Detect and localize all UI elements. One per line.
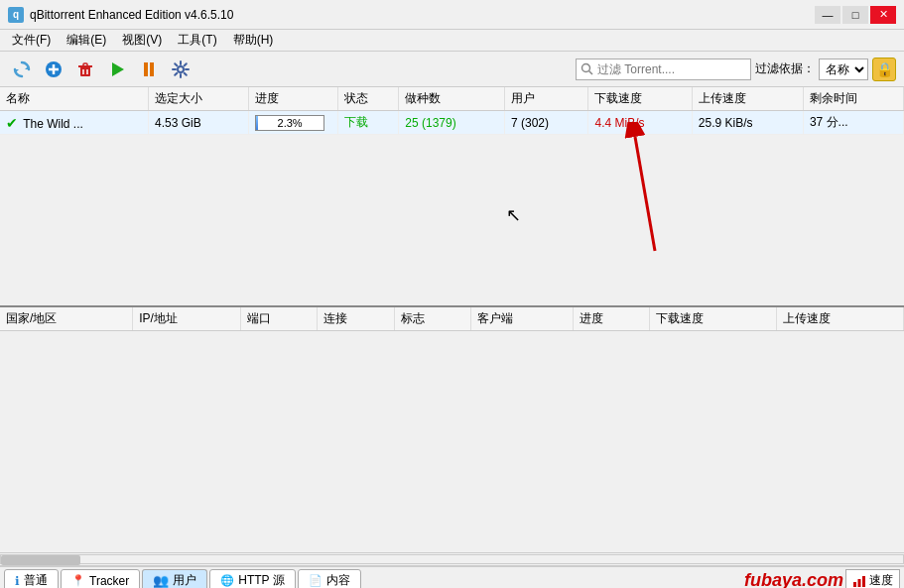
- search-icon: [581, 62, 593, 75]
- delete-icon: [75, 59, 95, 79]
- close-button[interactable]: ✕: [870, 6, 896, 24]
- torrent-table: 名称 选定大小 进度 状态 做种数 用户 下载速度 上传速度 剩余时间 ✔: [0, 87, 904, 135]
- resume-button[interactable]: [103, 56, 131, 83]
- col-progress-lower[interactable]: 进度: [573, 307, 650, 331]
- speed-label: 速度: [869, 572, 893, 588]
- col-size[interactable]: 选定大小: [149, 87, 249, 111]
- col-connection[interactable]: 连接: [318, 307, 395, 331]
- lock-button[interactable]: 🔒: [872, 58, 896, 81]
- lower-h-scrollbar[interactable]: [0, 552, 904, 566]
- torrent-size: 4.53 GiB: [149, 111, 249, 135]
- col-users[interactable]: 用户: [504, 87, 588, 111]
- col-port[interactable]: 端口: [240, 307, 318, 331]
- peers-panel: 国家/地区 IP/地址 端口 连接 标志 客户端 进度 下载速度 上传速度: [0, 305, 904, 566]
- progress-bar: 2.3%: [255, 115, 324, 131]
- tab-http[interactable]: 🌐 HTTP 源: [209, 569, 295, 589]
- torrent-progress: 2.3%: [249, 111, 338, 135]
- search-area: 过滤依据： 名称 🔒: [576, 58, 896, 81]
- tab-normal[interactable]: ℹ 普通: [4, 569, 59, 589]
- svg-rect-20: [862, 576, 865, 587]
- svg-rect-11: [144, 62, 148, 76]
- col-client[interactable]: 客户端: [471, 307, 574, 331]
- toolbar: 过滤依据： 名称 🔒: [0, 52, 904, 87]
- speed-button[interactable]: 速度: [845, 569, 900, 588]
- progress-text: 2.3%: [256, 116, 323, 130]
- svg-point-13: [178, 66, 184, 72]
- play-icon: [107, 59, 127, 79]
- col-remaining[interactable]: 剩余时间: [803, 87, 903, 111]
- col-ul-speed-lower[interactable]: 上传速度: [777, 307, 904, 331]
- svg-rect-7: [83, 63, 87, 66]
- cursor-icon: ↖: [506, 204, 521, 226]
- svg-rect-19: [858, 579, 861, 587]
- torrent-name: ✔ The Wild ...: [0, 111, 149, 135]
- col-status[interactable]: 状态: [338, 87, 399, 111]
- menu-view[interactable]: 视图(V): [114, 30, 170, 51]
- maximize-button[interactable]: □: [842, 6, 868, 24]
- delete-button[interactable]: [71, 56, 99, 83]
- title-bar: q qBittorrent Enhanced Edition v4.6.5.10…: [0, 0, 904, 30]
- app-title: qBittorrent Enhanced Edition v4.6.5.10: [30, 8, 233, 22]
- torrent-ul-speed: 25.9 KiB/s: [692, 111, 803, 135]
- torrent-panel: 名称 选定大小 进度 状态 做种数 用户 下载速度 上传速度 剩余时间 ✔: [0, 87, 904, 305]
- refresh-button[interactable]: [8, 56, 36, 83]
- menu-edit[interactable]: 编辑(E): [59, 30, 114, 51]
- menu-bar: 文件(F) 编辑(E) 视图(V) 工具(T) 帮助(H): [0, 30, 904, 52]
- filter-select[interactable]: 名称: [819, 59, 868, 80]
- watermark: fubaya.com: [744, 570, 843, 588]
- menu-help[interactable]: 帮助(H): [225, 30, 282, 51]
- col-country[interactable]: 国家/地区: [0, 307, 133, 331]
- users-icon: 👥: [153, 573, 169, 588]
- tab-content-label: 内容: [326, 572, 350, 588]
- torrent-dl-speed: 4.4 MiB/s: [588, 111, 692, 135]
- svg-point-14: [582, 64, 590, 72]
- tab-tracker-label: Tracker: [89, 574, 129, 588]
- search-box: [576, 59, 751, 80]
- settings-button[interactable]: [167, 56, 194, 83]
- torrent-status: 下载: [338, 111, 399, 135]
- tab-content[interactable]: 📄 内容: [298, 569, 361, 589]
- col-dl-speed[interactable]: 下载速度: [588, 87, 692, 111]
- tab-tracker[interactable]: 📍 Tracker: [61, 569, 140, 589]
- settings-icon: [171, 59, 191, 79]
- svg-rect-5: [80, 66, 90, 76]
- col-dl-speed-lower[interactable]: 下载速度: [650, 307, 777, 331]
- torrent-seeds: 25 (1379): [399, 111, 505, 135]
- tracker-icon: 📍: [71, 574, 85, 587]
- torrent-users: 7 (302): [504, 111, 588, 135]
- table-row[interactable]: ✔ The Wild ... 4.53 GiB 2.3%: [0, 111, 904, 135]
- tab-users[interactable]: 👥 用户: [142, 569, 207, 589]
- annotation-arrow: [615, 122, 695, 264]
- menu-tools[interactable]: 工具(T): [170, 30, 224, 51]
- normal-icon: ℹ: [15, 574, 20, 588]
- svg-rect-12: [150, 62, 154, 76]
- tab-bar: ℹ 普通 📍 Tracker 👥 用户 🌐 HTTP 源 📄 内容 fubaya…: [0, 566, 904, 588]
- svg-line-17: [635, 137, 655, 251]
- tab-http-label: HTTP 源: [238, 572, 284, 588]
- pause-button[interactable]: [135, 56, 163, 83]
- window-controls: — □ ✕: [815, 6, 896, 24]
- col-progress[interactable]: 进度: [249, 87, 338, 111]
- tab-normal-label: 普通: [24, 572, 48, 588]
- filter-label: 过滤依据：: [755, 60, 815, 77]
- app-icon: q: [8, 7, 24, 23]
- minimize-button[interactable]: —: [815, 6, 840, 24]
- search-input[interactable]: [597, 62, 746, 76]
- main-split: 名称 选定大小 进度 状态 做种数 用户 下载速度 上传速度 剩余时间 ✔: [0, 87, 904, 566]
- col-seeds[interactable]: 做种数: [399, 87, 505, 111]
- menu-file[interactable]: 文件(F): [4, 30, 59, 51]
- pause-icon: [139, 59, 159, 79]
- refresh-icon: [12, 59, 32, 79]
- col-flags[interactable]: 标志: [394, 307, 471, 331]
- col-name[interactable]: 名称: [0, 87, 149, 111]
- add-torrent-button[interactable]: [40, 56, 67, 83]
- torrent-remaining: 37 分...: [803, 111, 903, 135]
- peers-table: 国家/地区 IP/地址 端口 连接 标志 客户端 进度 下载速度 上传速度: [0, 307, 904, 411]
- http-icon: 🌐: [220, 574, 234, 587]
- col-ul-speed[interactable]: 上传速度: [692, 87, 803, 111]
- svg-line-15: [589, 71, 593, 75]
- col-ip[interactable]: IP/地址: [133, 307, 240, 331]
- svg-marker-10: [112, 62, 124, 76]
- tab-users-label: 用户: [173, 572, 196, 588]
- svg-rect-18: [853, 582, 856, 587]
